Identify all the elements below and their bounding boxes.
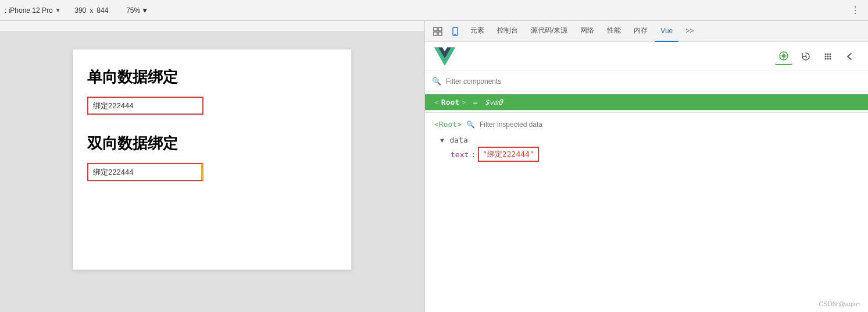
filter-bar: 🔍	[425, 71, 868, 92]
data-arrow: ▼	[439, 137, 445, 144]
root-tag-open: <	[434, 98, 439, 107]
main-wrapper: : iPhone 12 Pro ▼ 390 x 844 75% ▼ ⋮ 单向数据…	[0, 0, 868, 312]
inspector-panel: <Root> 🔍 ▼ data text : "绑定222444"	[425, 112, 868, 312]
toolbar-width[interactable]: 390	[74, 6, 86, 15]
watermark: CSDN @aqiu~	[819, 300, 861, 307]
data-key-label: data	[450, 136, 468, 144]
root-equals: =	[469, 98, 482, 107]
more-options-button[interactable]: ⋮	[847, 3, 863, 17]
svg-rect-3	[438, 32, 442, 36]
mobile-icon-btn[interactable]	[447, 23, 463, 40]
devtools-panel: 元素 控制台 源代码/来源 网络 性能 内存 Vue	[424, 21, 868, 312]
zoom-selector[interactable]: 75% ▼	[126, 6, 148, 15]
arrow-toolbar-icon[interactable]	[841, 48, 859, 65]
data-text-row: text : "绑定222444"	[451, 147, 859, 162]
svg-point-17	[830, 55, 831, 57]
tab-more[interactable]: >>	[680, 21, 699, 42]
svg-point-19	[827, 58, 829, 59]
one-way-input[interactable]	[87, 97, 203, 115]
content-area: 单向数据绑定 双向数据绑定	[0, 21, 868, 312]
two-way-input[interactable]	[87, 163, 203, 181]
svg-point-13	[827, 53, 829, 55]
filter-search-icon: 🔍	[432, 77, 441, 86]
data-colon: :	[471, 150, 476, 159]
svg-rect-0	[434, 27, 437, 31]
device-name-label: : iPhone 12 Pro	[5, 6, 53, 15]
text-value: "绑定222444"	[483, 150, 534, 158]
root-component-row[interactable]: < Root > = $vm0	[425, 94, 868, 110]
root-component-name: Root	[441, 98, 459, 107]
two-way-title: 双向数据绑定	[87, 133, 337, 154]
text-key: text	[451, 150, 469, 159]
svg-point-12	[825, 53, 827, 55]
vue-logo	[434, 46, 455, 67]
toolbar-separator-2	[114, 6, 120, 15]
vue-logo-bar	[425, 42, 868, 71]
grid-toolbar-icon[interactable]	[819, 48, 837, 65]
devtools-tabs-bar: 元素 控制台 源代码/来源 网络 性能 内存 Vue	[425, 21, 868, 42]
inspector-search-icon: 🔍	[466, 120, 475, 129]
svg-rect-2	[434, 32, 437, 36]
device-selector[interactable]: : iPhone 12 Pro ▼	[5, 6, 61, 15]
tab-vue[interactable]: Vue	[655, 21, 678, 42]
ruler	[0, 21, 424, 31]
inspector-root-label: <Root>	[434, 120, 462, 129]
svg-point-18	[825, 58, 827, 59]
filter-components-input[interactable]	[446, 77, 861, 86]
inspector-filter-input[interactable]	[480, 120, 567, 129]
root-vm-label: $vm0	[484, 98, 502, 107]
tab-console[interactable]: 控制台	[491, 21, 524, 42]
history-toolbar-icon[interactable]	[797, 48, 815, 65]
device-dropdown-icon: ▼	[55, 7, 61, 13]
tab-memory[interactable]: 内存	[628, 21, 653, 42]
top-toolbar: : iPhone 12 Pro ▼ 390 x 844 75% ▼ ⋮	[0, 0, 868, 21]
zoom-value: 75%	[126, 6, 140, 15]
toolbar-height[interactable]: 844	[97, 6, 108, 15]
svg-point-14	[830, 53, 831, 55]
svg-point-20	[830, 58, 831, 59]
toolbar-cross: x	[90, 6, 93, 15]
device-preview: 单向数据绑定 双向数据绑定	[0, 21, 424, 312]
tab-performance[interactable]: 性能	[601, 21, 627, 42]
device-screen: 单向数据绑定 双向数据绑定	[73, 49, 352, 270]
tab-sources[interactable]: 源代码/来源	[525, 21, 573, 42]
zoom-dropdown-icon: ▼	[141, 6, 148, 15]
data-section: ▼ data text : "绑定222444"	[439, 136, 859, 162]
tab-elements[interactable]: 元素	[465, 21, 490, 42]
root-tag-close: >	[462, 98, 466, 107]
inspector-header: <Root> 🔍	[434, 120, 859, 129]
one-way-title: 单向数据绑定	[87, 67, 337, 87]
cursor-icon-btn[interactable]	[430, 23, 446, 40]
svg-point-16	[827, 55, 829, 57]
toolbar-separator-1	[67, 6, 69, 15]
text-value-box: "绑定222444"	[478, 147, 539, 162]
vue-devtools-content: 🔍 < Root > = $vm0 <Root>	[425, 42, 868, 312]
components-toolbar-icon[interactable]	[775, 48, 792, 65]
component-tree: < Root > = $vm0	[425, 92, 868, 112]
svg-point-15	[825, 55, 827, 57]
svg-rect-1	[438, 27, 442, 31]
svg-line-11	[806, 56, 807, 58]
tab-network[interactable]: 网络	[574, 21, 600, 42]
